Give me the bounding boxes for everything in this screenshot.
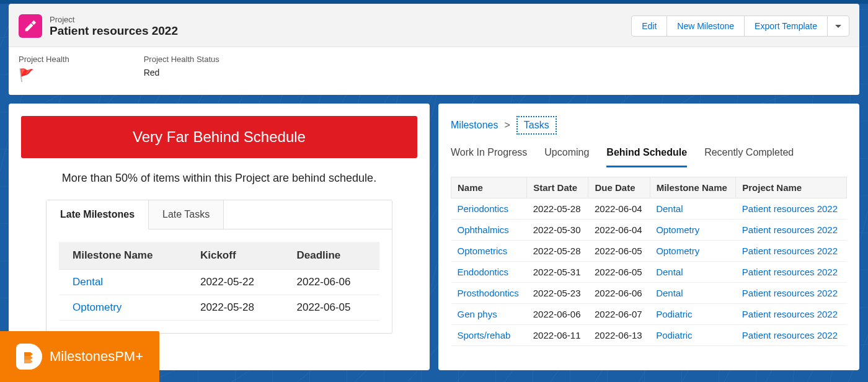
cell-due: 2022-06-04: [588, 198, 650, 220]
app-logo-badge: MilestonesPM+: [0, 331, 159, 382]
project-health-status-value: Red: [144, 68, 219, 78]
col-kickoff: Kickoff: [187, 242, 283, 270]
col-milestone-name: Milestone Name: [59, 242, 187, 270]
cell-due: 2022-06-04: [588, 220, 650, 241]
cell-start: 2022-05-31: [527, 262, 588, 283]
project-health-status-field: Project Health Status Red: [144, 55, 219, 82]
project-link[interactable]: Patient resources 2022: [742, 309, 838, 319]
task-link[interactable]: Ophthalmics: [458, 224, 509, 235]
record-type-label: Project: [50, 15, 178, 24]
project-icon: [19, 14, 42, 38]
tab-late-milestones[interactable]: Late Milestones: [46, 200, 149, 229]
table-row: Dental2022-05-222022-06-06: [59, 270, 379, 295]
subtab-recently-completed[interactable]: Recently Completed: [704, 141, 794, 167]
milestone-link[interactable]: Optometry: [656, 224, 699, 235]
edit-button[interactable]: Edit: [631, 16, 667, 37]
alert-subtext: More than 50% of items within this Proje…: [21, 172, 417, 185]
project-header-card: Project Patient resources 2022 Edit New …: [9, 4, 859, 95]
milestone-link[interactable]: Dental: [656, 203, 683, 214]
table-row: Optometry2022-05-282022-06-05: [59, 295, 379, 321]
cell-kickoff: 2022-05-28: [187, 295, 283, 321]
table-row: Prosthodontics2022-05-232022-06-06Dental…: [451, 283, 847, 304]
subtab-behind-schedule[interactable]: Behind Schedule: [606, 141, 687, 167]
milestone-link[interactable]: Podiatric: [656, 309, 692, 319]
cell-start: 2022-05-23: [527, 283, 588, 304]
project-health-field: Project Health 🚩: [19, 55, 69, 82]
cell-start: 2022-06-11: [527, 325, 588, 346]
app-logo-icon: [16, 344, 42, 370]
header-actions: Edit New Milestone Export Template: [631, 16, 849, 37]
cell-start: 2022-06-06: [527, 304, 588, 325]
col-start-date: Start Date: [527, 177, 588, 198]
record-title: Patient resources 2022: [50, 24, 178, 38]
milestone-link[interactable]: Optometry: [73, 301, 122, 313]
milestone-link[interactable]: Podiatric: [656, 330, 692, 340]
alert-banner: Very Far Behind Schedule: [21, 116, 417, 158]
app-logo-text: MilestonesPM+: [50, 349, 143, 365]
breadcrumb-separator: >: [504, 120, 510, 131]
cell-due: 2022-06-06: [588, 283, 650, 304]
task-link[interactable]: Optometrics: [458, 246, 508, 256]
project-link[interactable]: Patient resources 2022: [742, 224, 838, 235]
chevron-down-icon: [835, 25, 841, 28]
task-link[interactable]: Endodontics: [458, 267, 509, 277]
cell-deadline: 2022-06-06: [283, 270, 379, 295]
project-link[interactable]: Patient resources 2022: [742, 246, 838, 256]
cell-start: 2022-05-30: [527, 220, 588, 241]
new-milestone-button[interactable]: New Milestone: [666, 16, 745, 37]
subtab-upcoming[interactable]: Upcoming: [544, 141, 589, 167]
more-actions-button[interactable]: [827, 16, 849, 37]
cell-due: 2022-06-13: [588, 325, 650, 346]
tasks-table: Name Start Date Due Date Milestone Name …: [451, 177, 847, 346]
table-row: Endodontics2022-05-312022-06-05DentalPat…: [451, 262, 847, 283]
cell-kickoff: 2022-05-22: [187, 270, 283, 295]
cell-deadline: 2022-06-05: [283, 295, 379, 321]
schedule-status-panel: Very Far Behind Schedule More than 50% o…: [9, 104, 430, 370]
breadcrumb-current-tasks[interactable]: Tasks: [516, 116, 557, 135]
project-link[interactable]: Patient resources 2022: [742, 288, 838, 298]
col-milestone-name: Milestone Name: [650, 177, 736, 198]
col-deadline: Deadline: [283, 242, 379, 270]
table-row: Optometrics2022-05-282022-06-05Optometry…: [451, 241, 847, 262]
tasks-panel: Milestones > Tasks Work In Progress Upco…: [438, 104, 859, 370]
table-row: Ophthalmics2022-05-302022-06-04Optometry…: [451, 220, 847, 241]
cell-due: 2022-06-05: [588, 262, 650, 283]
project-health-label: Project Health: [19, 55, 69, 64]
late-milestones-table: Milestone Name Kickoff Deadline Dental20…: [59, 242, 379, 321]
tab-late-tasks[interactable]: Late Tasks: [149, 200, 224, 229]
table-row: Gen phys2022-06-062022-06-07PodiatricPat…: [451, 304, 847, 325]
project-health-flag-icon: 🚩: [19, 68, 69, 82]
task-link[interactable]: Sports/rehab: [458, 330, 511, 340]
subtab-work-in-progress[interactable]: Work In Progress: [451, 141, 527, 167]
tasks-subtabs: Work In Progress Upcoming Behind Schedul…: [451, 141, 847, 168]
cell-due: 2022-06-07: [588, 304, 650, 325]
milestone-link[interactable]: Dental: [656, 288, 683, 298]
table-row: Sports/rehab2022-06-112022-06-13Podiatri…: [451, 325, 847, 346]
project-link[interactable]: Patient resources 2022: [742, 267, 838, 277]
milestone-link[interactable]: Optometry: [656, 246, 699, 256]
table-row: Periodontics2022-05-282022-06-04DentalPa…: [451, 198, 847, 220]
project-health-status-label: Project Health Status: [144, 55, 219, 64]
export-template-button[interactable]: Export Template: [744, 16, 828, 37]
late-items-card: Late Milestones Late Tasks Milestone Nam…: [46, 200, 392, 334]
col-due-date: Due Date: [588, 177, 650, 198]
cell-due: 2022-06-05: [588, 241, 650, 262]
milestone-link[interactable]: Dental: [656, 267, 683, 277]
milestone-link[interactable]: Dental: [73, 276, 103, 288]
col-project-name: Project Name: [736, 177, 847, 198]
task-link[interactable]: Periodontics: [458, 203, 509, 214]
project-link[interactable]: Patient resources 2022: [742, 203, 838, 214]
cell-start: 2022-05-28: [527, 241, 588, 262]
task-link[interactable]: Prosthodontics: [458, 288, 519, 298]
task-link[interactable]: Gen phys: [458, 309, 497, 319]
project-link[interactable]: Patient resources 2022: [742, 330, 838, 340]
breadcrumb-milestones[interactable]: Milestones: [451, 120, 498, 131]
col-task-name: Name: [451, 177, 527, 198]
breadcrumb: Milestones > Tasks: [451, 116, 847, 135]
cell-start: 2022-05-28: [527, 198, 588, 220]
